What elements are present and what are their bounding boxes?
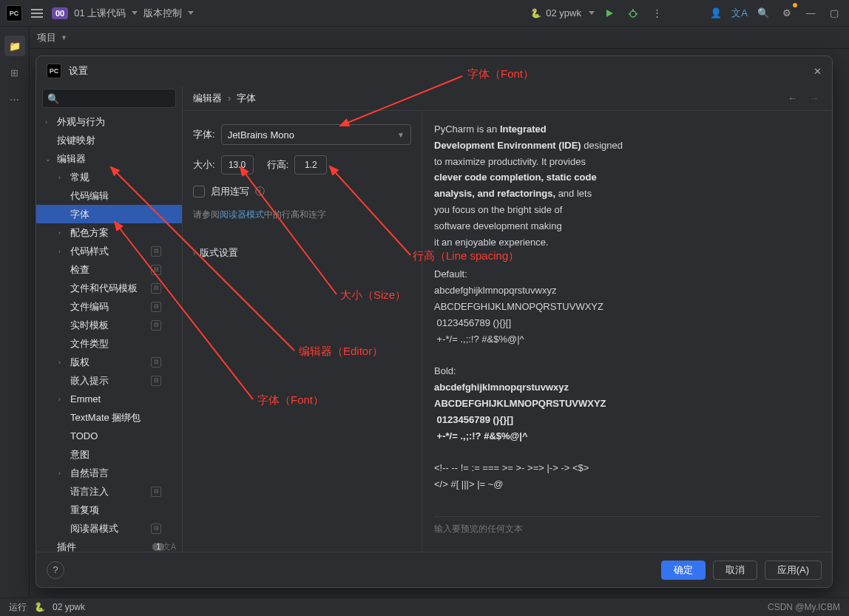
lineheight-input[interactable] [294, 155, 327, 175]
ide-settings-icon[interactable]: ⚙ [778, 4, 796, 22]
nav-back-icon[interactable]: ← [785, 92, 800, 104]
breadcrumb-editor[interactable]: 编辑器 [193, 92, 222, 105]
size-input[interactable] [221, 155, 254, 175]
chevron-right-icon: › [193, 249, 195, 257]
run-config-selector[interactable]: 🐍 02 ypwk [530, 7, 595, 18]
tree-editor[interactable]: ⌄编辑器 [36, 149, 182, 168]
more-tool-icon[interactable]: ⋯ [4, 89, 25, 109]
debug-button[interactable] [624, 4, 642, 22]
top-bar: PC 00 01 上课代码 版本控制 🐍 02 ypwk ⋮ 👤 文A 🔍 ⚙ … [0, 0, 849, 27]
tree-emmet[interactable]: ›Emmet [36, 390, 182, 408]
tree-file-templates[interactable]: 文件和代码模板⊟ [36, 279, 182, 297]
settings-search-input[interactable] [62, 93, 173, 104]
breadcrumb: 编辑器 › 字体 ← → [183, 86, 832, 111]
preview-input-row [434, 516, 820, 541]
font-select[interactable]: JetBrains Mono ▼ [221, 124, 411, 145]
font-form: 字体: JetBrains Mono ▼ 大小: 行高: [183, 111, 422, 552]
chevron-down-icon: ▼ [61, 34, 67, 41]
project-selector[interactable]: 01 上课代码 [74, 7, 138, 20]
structure-tool-icon[interactable]: ⊞ [4, 62, 25, 83]
status-script[interactable]: 02 ypwk [53, 602, 85, 612]
project-name: 01 上课代码 [74, 7, 126, 20]
tree-live-templates[interactable]: 实时模板⊟ [36, 316, 182, 334]
python-icon: 🐍 [34, 602, 45, 612]
project-panel-title: 项目 [37, 31, 56, 44]
tree-keymap[interactable]: 按键映射 [36, 131, 182, 149]
reader-mode-link[interactable]: 阅读器模式 [220, 209, 264, 220]
tree-code-style[interactable]: ›代码样式⊟ [36, 242, 182, 260]
help-button[interactable]: ? [47, 561, 64, 579]
main-menu-icon[interactable] [28, 4, 46, 22]
minimize-icon[interactable]: — [802, 4, 819, 22]
cancel-button[interactable]: 取消 [713, 561, 757, 580]
tree-lang-injections[interactable]: 语言注入⊟ [36, 482, 182, 501]
preview-text: PyCharm is an Integrated Development Env… [434, 121, 820, 509]
help-icon[interactable]: ⓘ [255, 185, 265, 198]
tree-textmate[interactable]: TextMate 捆绑包 [36, 408, 182, 427]
tree-intentions[interactable]: 意图 [36, 445, 182, 464]
ok-button[interactable]: 确定 [661, 561, 706, 580]
tree-todo[interactable]: TODO [36, 427, 182, 445]
reader-mode-hint: 请参阅阅读器模式中的行高和连字 [193, 209, 411, 221]
dialog-titlebar: PC 设置 ✕ [36, 56, 832, 86]
status-run[interactable]: 运行 [9, 601, 27, 614]
tree-natural-lang[interactable]: ›自然语言 [36, 464, 182, 482]
breadcrumb-font: 字体 [237, 92, 256, 105]
project-panel-header[interactable]: 项目 ▼ [30, 27, 849, 49]
search-icon: 🔍 [47, 93, 59, 104]
typography-settings[interactable]: › 版式设置 [193, 246, 411, 260]
svg-marker-0 [606, 10, 613, 17]
status-bar: 运行 🐍 02 ypwk CSDN @My.ICBM [0, 598, 849, 616]
preview-input[interactable] [434, 524, 820, 534]
tree-color-scheme[interactable]: ›配色方案 [36, 223, 182, 242]
tree-inlay-hints[interactable]: 嵌入提示⊟ [36, 371, 182, 390]
watermark: CSDN @My.ICBM [768, 602, 840, 612]
dialog-title: 设置 [69, 64, 88, 78]
settings-tree: ›外观与行为 按键映射 ⌄编辑器 ›常规 代码编辑 字体 ›配色方案 ›代码样式… [36, 112, 182, 552]
breadcrumb-sep: › [228, 92, 231, 104]
search-everywhere-icon[interactable]: 🔍 [754, 4, 772, 22]
python-icon: 🐍 [530, 8, 541, 18]
tree-appearance[interactable]: ›外观与行为 [36, 112, 182, 131]
nav-forward-icon[interactable]: → [806, 92, 822, 104]
tree-font[interactable]: 字体 [36, 205, 182, 223]
tree-file-encodings[interactable]: 文件编码⊟ [36, 297, 182, 316]
close-icon[interactable]: ✕ [814, 66, 822, 77]
ligatures-label: 启用连写 [211, 185, 249, 198]
app-logo: PC [6, 5, 22, 21]
ligatures-checkbox[interactable] [193, 186, 205, 197]
project-tool-icon[interactable]: 📁 [4, 35, 25, 56]
settings-dialog: PC 设置 ✕ 🔍 ›外观与行为 按键映射 ⌄编辑器 ›常规 代码编辑 字体 ›… [35, 55, 833, 588]
font-label: 字体: [193, 128, 215, 141]
settings-main: 编辑器 › 字体 ← → 字体: JetBrains Mono ▼ [183, 86, 832, 552]
size-label: 大小: [193, 158, 215, 172]
tree-inspections[interactable]: 检查⊟ [36, 260, 182, 279]
tree-plugins[interactable]: 插件1文A [36, 538, 182, 552]
font-value: JetBrains Mono [228, 129, 294, 141]
maximize-icon[interactable]: ▢ [825, 4, 843, 22]
translate-icon[interactable]: 文A [731, 4, 748, 22]
dialog-logo: PC [47, 64, 61, 78]
tree-general[interactable]: ›常规 [36, 168, 182, 186]
dialog-footer: ? 确定 取消 应用(A) [36, 552, 832, 587]
lineheight-label: 行高: [267, 158, 289, 172]
vcs-menu[interactable]: 版本控制 [143, 7, 194, 20]
apply-button[interactable]: 应用(A) [765, 561, 822, 580]
tree-code-editing[interactable]: 代码编辑 [36, 186, 182, 205]
svg-point-1 [630, 11, 636, 17]
more-actions-icon[interactable]: ⋮ [648, 4, 666, 22]
chevron-down-icon: ▼ [397, 131, 405, 139]
tree-copyright[interactable]: ›版权⊟ [36, 353, 182, 371]
tree-duplicates[interactable]: 重复项 [36, 501, 182, 519]
tree-file-types[interactable]: 文件类型 [36, 334, 182, 353]
project-badge: 00 [52, 7, 68, 19]
settings-sidebar: 🔍 ›外观与行为 按键映射 ⌄编辑器 ›常规 代码编辑 字体 ›配色方案 ›代码… [36, 86, 183, 552]
settings-search[interactable]: 🔍 [42, 89, 176, 108]
run-button[interactable] [601, 4, 618, 22]
font-preview: PyCharm is an Integrated Development Env… [422, 111, 832, 552]
tool-window-bar: 📁 ⊞ ⋯ [0, 27, 30, 598]
account-icon[interactable]: 👤 [707, 4, 725, 22]
tree-reader-mode[interactable]: 阅读器模式⊟ [36, 519, 182, 538]
